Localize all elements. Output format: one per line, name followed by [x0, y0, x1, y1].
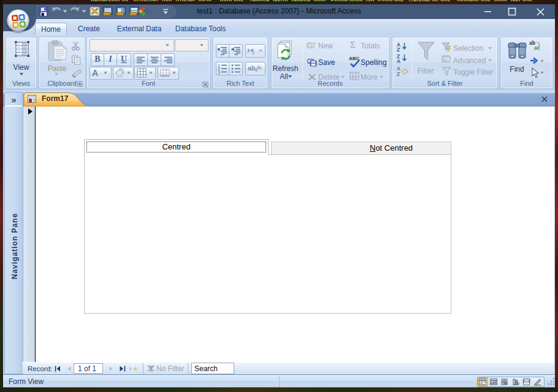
svg-text:A: A: [397, 58, 400, 64]
svg-text:Z: Z: [397, 47, 400, 53]
svg-text:Σ: Σ: [350, 40, 356, 50]
svg-text:¶: ¶: [251, 47, 254, 56]
svg-text:ab: ab: [248, 64, 256, 72]
svg-text:3: 3: [218, 70, 220, 75]
